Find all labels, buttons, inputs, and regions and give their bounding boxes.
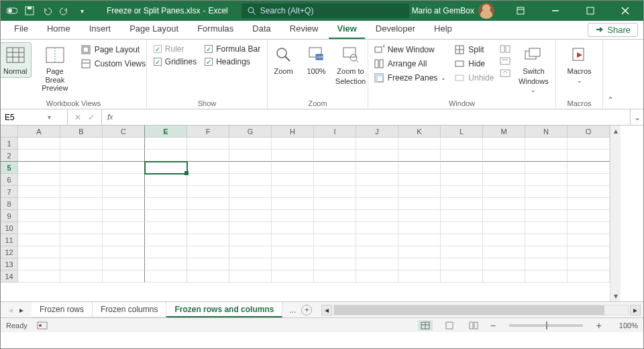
fx-icon[interactable]: fx <box>102 109 118 125</box>
cell[interactable] <box>398 246 441 258</box>
hscroll-left-button[interactable]: ◂ <box>321 305 332 315</box>
tab-formulas[interactable]: Formulas <box>189 21 241 39</box>
cell[interactable] <box>145 198 187 210</box>
cell[interactable] <box>568 210 610 222</box>
cell[interactable] <box>525 258 568 270</box>
cell[interactable] <box>103 210 145 222</box>
cell[interactable] <box>145 258 187 270</box>
cell[interactable] <box>441 270 483 283</box>
cell[interactable] <box>272 138 314 150</box>
cell[interactable] <box>18 222 60 234</box>
cell[interactable] <box>568 150 610 162</box>
save-icon[interactable] <box>23 5 36 17</box>
cell[interactable] <box>187 222 229 234</box>
zoom-selection-button[interactable]: Zoom to Selection <box>333 42 368 87</box>
cell[interactable] <box>103 234 145 246</box>
page-layout-status-button[interactable] <box>442 320 457 331</box>
tab-home[interactable]: Home <box>39 21 78 39</box>
col-header[interactable]: H <box>272 126 314 138</box>
arrange-all-button[interactable]: Arrange All <box>372 58 449 70</box>
cell[interactable] <box>441 162 483 174</box>
cell[interactable] <box>525 210 568 222</box>
undo-icon[interactable] <box>41 5 53 17</box>
cell[interactable] <box>441 198 483 210</box>
cell[interactable] <box>314 162 356 174</box>
cell[interactable] <box>272 246 314 258</box>
cell[interactable] <box>483 234 525 246</box>
cell[interactable] <box>441 210 483 222</box>
cell[interactable] <box>483 246 525 258</box>
col-header[interactable]: M <box>483 126 525 138</box>
cell[interactable] <box>398 150 441 162</box>
row-header[interactable]: 8 <box>1 198 18 210</box>
spreadsheet-grid[interactable]: ABCEFGHIJKLMNO12567891011121314 <box>1 126 610 301</box>
cell[interactable] <box>483 174 525 186</box>
qat-customize-icon[interactable]: ▾ <box>76 5 88 17</box>
cell[interactable] <box>356 270 398 283</box>
cell[interactable] <box>272 198 314 210</box>
cell[interactable] <box>525 138 568 150</box>
cell[interactable] <box>272 150 314 162</box>
reset-pos-icon[interactable] <box>500 69 511 77</box>
cell[interactable] <box>18 138 60 150</box>
cell[interactable] <box>356 198 398 210</box>
cell[interactable] <box>229 210 272 222</box>
chevron-down-icon[interactable]: ▾ <box>48 113 51 121</box>
cell[interactable] <box>356 210 398 222</box>
formula-input[interactable] <box>118 109 630 125</box>
cell[interactable] <box>356 138 398 150</box>
cell[interactable] <box>483 186 525 198</box>
cell[interactable] <box>103 138 145 150</box>
redo-icon[interactable] <box>58 5 70 17</box>
cell[interactable] <box>103 222 145 234</box>
cell[interactable] <box>18 270 60 283</box>
cell[interactable] <box>398 222 441 234</box>
zoom-out-button[interactable]: − <box>490 320 496 331</box>
sheet-nav-next-icon[interactable]: ▸ <box>19 305 23 315</box>
cell[interactable] <box>229 222 272 234</box>
cell[interactable] <box>229 186 272 198</box>
page-break-preview-button[interactable]: Page Break Preview <box>36 42 74 95</box>
cell[interactable] <box>314 270 356 283</box>
name-box-input[interactable] <box>5 113 45 122</box>
cell[interactable] <box>441 138 483 150</box>
cell[interactable] <box>103 270 145 283</box>
normal-view-button[interactable]: Normal <box>0 42 32 78</box>
cell[interactable] <box>483 198 525 210</box>
tab-view[interactable]: View <box>329 21 364 39</box>
cell[interactable] <box>356 162 398 174</box>
expand-formula-bar[interactable]: ⌄ <box>630 109 643 125</box>
col-header[interactable]: L <box>441 126 483 138</box>
cell[interactable] <box>525 246 568 258</box>
cell[interactable] <box>60 222 103 234</box>
cell[interactable] <box>145 162 187 174</box>
tab-data[interactable]: Data <box>244 21 278 39</box>
cell[interactable] <box>314 198 356 210</box>
gridlines-checkbox[interactable]: ✓Gridlines <box>152 56 199 67</box>
minimize-button[interactable] <box>540 1 571 21</box>
close-button[interactable] <box>610 1 641 21</box>
cell[interactable] <box>187 138 229 150</box>
cell[interactable] <box>568 234 610 246</box>
cell[interactable] <box>103 162 145 174</box>
cell[interactable] <box>18 186 60 198</box>
col-header[interactable]: K <box>398 126 441 138</box>
zoom-slider[interactable] <box>509 324 583 327</box>
cell[interactable] <box>272 174 314 186</box>
cell[interactable] <box>568 270 610 283</box>
cell[interactable] <box>483 138 525 150</box>
cell[interactable] <box>229 198 272 210</box>
cell[interactable] <box>568 198 610 210</box>
cell[interactable] <box>145 234 187 246</box>
cell[interactable] <box>103 186 145 198</box>
cell[interactable] <box>525 270 568 283</box>
cell[interactable] <box>145 270 187 283</box>
name-box[interactable]: ▾ <box>1 109 68 125</box>
cell[interactable] <box>145 150 187 162</box>
cell[interactable] <box>145 138 187 150</box>
cell[interactable] <box>525 162 568 174</box>
cell[interactable] <box>356 174 398 186</box>
switch-windows-button[interactable]: Switch Windows ⌄ <box>515 42 552 96</box>
cell[interactable] <box>441 246 483 258</box>
ribbon-options-icon[interactable] <box>505 1 536 21</box>
